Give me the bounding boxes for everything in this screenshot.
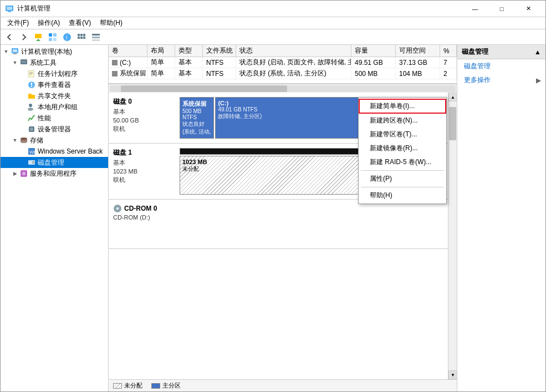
task-expand-icon [21,69,27,78]
tree-windows-backup[interactable]: WB Windows Server Back [1,146,108,157]
ctx-new-spanned-volume[interactable]: 新建跨区卷(N)... [359,114,446,128]
actions-more-arrow: ▶ [536,77,541,84]
system-tools-expand-icon: ▼ [11,58,19,67]
back-button[interactable] [3,31,16,43]
services-icon [19,169,28,178]
disk-mgmt-expand-icon [21,158,27,167]
ctx-new-raid5[interactable]: 新建 RAID-5 卷(W)... [359,155,446,169]
col-free[interactable]: 可用空间 [396,45,440,57]
horizontal-scrollbar[interactable] [109,84,457,93]
tree-device-manager[interactable]: 设备管理器 [1,124,108,135]
svg-point-47 [116,207,119,210]
actions-disk-mgmt[interactable]: 磁盘管理 [457,59,545,73]
actions-collapse-icon[interactable]: ▲ [534,48,541,56]
root-label: 计算机管理(本地) [21,47,72,57]
show-button[interactable] [46,31,59,43]
disk-mgmt-icon [27,158,36,167]
services-expand-icon: ▶ [11,169,19,178]
tree-system-tools[interactable]: ▼ 系统工具 [1,57,108,68]
backup-icon: WB [27,147,36,156]
scroll-down-button[interactable]: ▼ [448,370,457,379]
col-status[interactable]: 状态 [236,45,351,57]
event-viewer-label: 事件查看器 [38,80,71,90]
tree-services[interactable]: ▶ 服务和应用程序 [1,168,108,179]
actions-more[interactable]: 更多操作 [457,73,536,87]
table-row[interactable]: 系统保留 简单 基本 NTFS 状态良好 (系统, 活动, 主分区) 500 M… [109,68,457,79]
up-button[interactable] [32,31,45,43]
list-button[interactable] [89,31,103,43]
ctx-new-simple-volume[interactable]: 新建简单卷(I)... [359,99,446,114]
windows-backup-label: Windows Server Back [38,147,103,155]
forward-button[interactable] [17,31,30,43]
svg-rect-19 [92,39,100,41]
tree-event-viewer[interactable]: 事件查看器 [1,79,108,90]
sidebar: ▼ 计算机管理(本地) ▼ [1,45,109,391]
col-capacity[interactable]: 容量 [351,45,396,57]
scroll-track-h [110,85,456,92]
scroll-up-button[interactable]: ▲ [448,93,457,101]
vertical-scrollbar[interactable]: ▲ ▼ [448,93,457,379]
col-fs[interactable]: 文件系统 [203,45,236,57]
context-menu: 新建简单卷(I)... 新建跨区卷(N)... 新建带区卷(T)... 新建镜像… [358,97,447,204]
legend-primary-partition: 主分区 [151,381,181,390]
legend-unallocated-label: 未分配 [124,381,142,390]
tools-icon [19,58,28,67]
col-pct[interactable]: % [440,45,457,57]
svg-point-35 [30,128,33,131]
svg-rect-5 [49,33,52,37]
svg-point-43 [33,162,34,163]
window-title: 计算机管理 [17,4,462,13]
disk-0-info: 磁盘 0 基本 50.00 GB 联机 [111,95,177,141]
table-area: 卷 布局 类型 文件系统 状态 容量 [109,45,457,84]
svg-text:WB: WB [29,150,35,155]
ctx-new-striped-volume[interactable]: 新建带区卷(T)... [359,128,446,141]
actions-panel: 磁盘管理 ▲ 磁盘管理 更多操作 ▶ [457,45,545,391]
actions-more-row: 更多操作 ▶ [457,73,545,87]
ctx-properties[interactable]: 属性(P) [359,172,446,186]
tree-performance[interactable]: 性能 [1,113,108,124]
svg-rect-8 [53,38,57,41]
tree-storage[interactable]: ▼ 存储 [1,135,108,146]
maximize-button[interactable]: □ [489,1,514,17]
disk-0-type: 基本 [113,108,175,116]
col-type[interactable]: 类型 [175,45,203,57]
table-row[interactable]: (C:) 简单 基本 NTFS 状态良好 (启动, 页面文件, 故障转储, 主分… [109,57,457,68]
tree-shared-folders[interactable]: 共享文件夹 [1,90,108,101]
menu-file[interactable]: 文件(F) [3,17,33,29]
minimize-button[interactable]: — [462,1,488,17]
grid-button[interactable] [75,31,88,43]
app-icon [5,4,14,13]
svg-rect-11 [78,34,80,36]
svg-rect-2 [8,11,11,12]
ctx-help[interactable]: 帮助(H) [359,189,446,202]
services-label: 服务和应用程序 [30,169,76,179]
users-expand-icon [21,103,27,111]
close-button[interactable]: ✕ [516,1,541,17]
partition-system-reserved[interactable]: 系统保留 500 MB NTFS 状态良好 (系统, 活动, [180,97,214,139]
perf-expand-icon [21,114,27,123]
info-button[interactable]: i [60,31,74,43]
tree-local-users[interactable]: 本地用户和组 [1,101,108,113]
col-vol[interactable]: 卷 [109,45,147,57]
main-window: 计算机管理 — □ ✕ 文件(F) 操作(A) 查看(V) 帮助(H) [0,0,546,392]
ctx-new-mirrored-volume[interactable]: 新建镜像卷(R)... [359,141,446,155]
tree-root[interactable]: ▼ 计算机管理(本地) [1,46,108,57]
menu-view[interactable]: 查看(V) [64,17,95,29]
window-controls: — □ ✕ [462,1,541,17]
storage-label: 存储 [30,136,43,145]
ctx-separator-2 [361,187,444,187]
menu-help[interactable]: 帮助(H) [95,17,127,29]
device-icon [27,125,36,134]
tree-disk-management[interactable]: 磁盘管理 [1,157,108,168]
tree-task-scheduler[interactable]: 任务计划程序 [1,68,108,79]
title-bar: 计算机管理 — □ ✕ [1,1,545,17]
actions-header: 磁盘管理 ▲ [457,45,545,59]
col-layout[interactable]: 布局 [147,45,175,57]
svg-rect-15 [80,37,83,39]
root-expand-icon: ▼ [2,47,11,56]
svg-rect-7 [49,38,52,41]
menu-action[interactable]: 操作(A) [33,17,64,29]
table-header: 卷 布局 类型 文件系统 状态 容量 [109,45,457,57]
computer-icon [11,47,19,56]
ctx-separator-1 [361,170,444,171]
